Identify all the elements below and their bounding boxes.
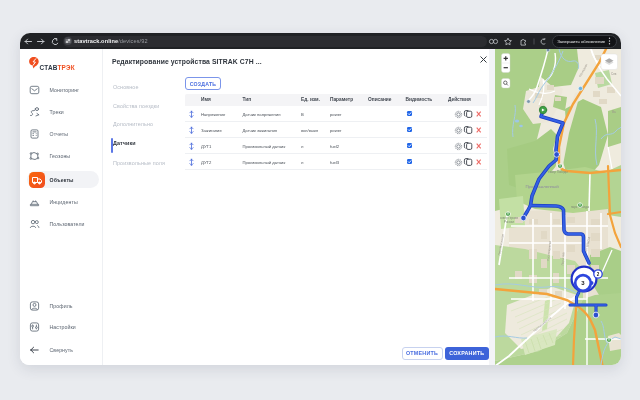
svg-text:СТАВ: СТАВ xyxy=(40,64,58,71)
svg-text:Ва: Ва xyxy=(612,110,616,114)
svg-text:России: России xyxy=(504,220,514,224)
svg-text:Сев: Сев xyxy=(611,72,617,76)
svg-text:ТРЭК: ТРЭК xyxy=(57,64,74,71)
svg-text:2: 2 xyxy=(597,272,600,277)
svg-text:Промышленный: Промышленный xyxy=(525,184,559,189)
svg-text:сквер Победы: сквер Победы xyxy=(548,170,568,174)
